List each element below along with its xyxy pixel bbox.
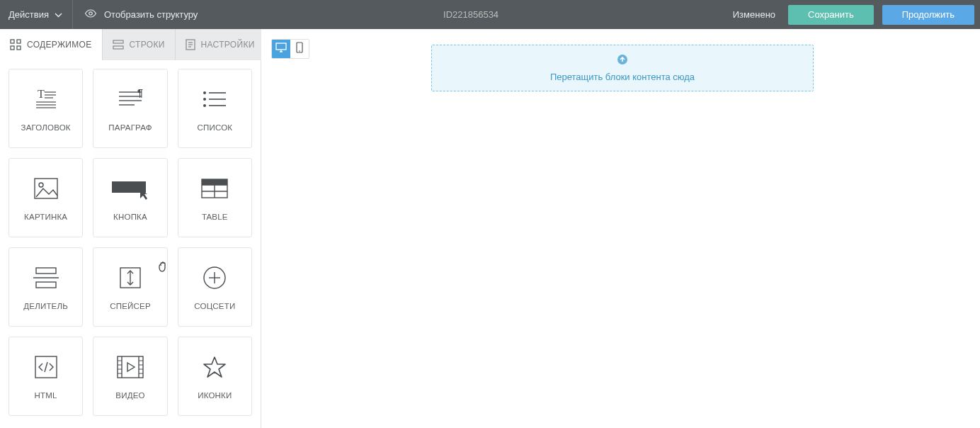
block-social[interactable]: СОЦСЕТИ	[178, 247, 252, 327]
block-table[interactable]: TABLE	[178, 158, 252, 237]
block-table-label: TABLE	[202, 213, 228, 221]
desktop-icon	[275, 43, 287, 55]
block-html[interactable]: HTML	[8, 337, 83, 416]
plus-circle-icon	[203, 264, 227, 292]
code-icon	[34, 353, 58, 381]
paragraph-icon: ¶	[116, 85, 144, 113]
block-image-label: КАРТИНКА	[24, 213, 67, 221]
sidebar: СОДЕРЖИМОЕ СТРОКИ НАСТРОЙКИ T	[0, 29, 261, 428]
save-button[interactable]: Сохранить	[788, 5, 874, 25]
svg-rect-6	[113, 46, 123, 49]
block-spacer-label: СПЕЙСЕР	[110, 302, 151, 310]
block-image[interactable]: КАРТИНКА	[8, 158, 83, 237]
divider-icon	[32, 264, 60, 292]
svg-text:T: T	[38, 89, 45, 100]
block-list[interactable]: СПИСОК	[178, 69, 252, 148]
canvas: Перетащить блоки контента сюда	[261, 29, 980, 428]
svg-point-30	[39, 183, 43, 187]
upload-icon	[617, 54, 628, 67]
drop-zone[interactable]: Перетащить блоки контента сюда	[431, 45, 814, 91]
modified-label: Изменено	[733, 9, 775, 20]
actions-dropdown[interactable]: Действия	[6, 0, 73, 29]
svg-point-23	[203, 91, 206, 94]
image-icon	[32, 174, 60, 203]
drop-zone-label: Перетащить блоки контента сюда	[550, 72, 695, 82]
document-icon	[186, 39, 195, 50]
block-divider-label: ДЕЛИТЕЛЬ	[23, 302, 68, 310]
block-spacer[interactable]: СПЕЙСЕР	[93, 247, 167, 327]
chevron-down-icon	[55, 9, 62, 20]
svg-rect-3	[11, 46, 14, 50]
svg-point-62	[299, 50, 300, 52]
block-video-label: ВИДЕО	[115, 391, 144, 400]
tab-rows[interactable]: СТРОКИ	[103, 29, 176, 60]
list-icon	[202, 85, 227, 113]
svg-rect-1	[11, 40, 14, 43]
actions-label: Действия	[8, 9, 49, 20]
block-video[interactable]: ВИДЕО	[93, 337, 167, 416]
svg-point-25	[203, 98, 206, 101]
block-html-label: HTML	[35, 391, 57, 400]
svg-rect-4	[17, 46, 21, 50]
svg-rect-37	[36, 268, 56, 274]
block-list-label: СПИСОК	[197, 123, 232, 132]
eye-icon	[84, 9, 97, 20]
desktop-view-button[interactable]	[272, 40, 290, 58]
svg-rect-58	[276, 43, 286, 50]
show-structure-label: Отобразить структуру	[104, 9, 198, 20]
video-icon	[116, 353, 144, 381]
tab-content-label: СОДЕРЖИМОЕ	[27, 40, 92, 50]
svg-point-0	[89, 12, 92, 15]
svg-rect-39	[36, 282, 56, 288]
svg-text:¶: ¶	[137, 89, 143, 98]
rows-icon	[113, 39, 124, 50]
sidebar-tabs: СОДЕРЖИМОЕ СТРОКИ НАСТРОЙКИ	[0, 29, 261, 60]
svg-rect-36	[202, 179, 227, 185]
mobile-view-button[interactable]	[290, 40, 309, 58]
top-bar: Действия Отобразить структуру ID22185653…	[0, 0, 980, 29]
tab-settings-label: НАСТРОЙКИ	[201, 40, 255, 50]
block-divider[interactable]: ДЕЛИТЕЛЬ	[8, 247, 83, 327]
spacer-icon	[119, 264, 142, 292]
tab-settings[interactable]: НАСТРОЙКИ	[176, 29, 266, 60]
show-structure-button[interactable]: Отобразить структуру	[73, 0, 209, 29]
block-icons[interactable]: ИКОНКИ	[178, 337, 252, 416]
tab-content[interactable]: СОДЕРЖИМОЕ	[0, 29, 103, 60]
blocks-grid: T ЗАГОЛОВОК ¶ ПАРАГРАФ СПИСОК	[0, 60, 261, 424]
grid-icon	[10, 39, 21, 50]
continue-button[interactable]: Продолжить	[882, 5, 974, 25]
block-heading-label: ЗАГОЛОВОК	[21, 123, 71, 132]
tab-rows-label: СТРОКИ	[130, 40, 165, 50]
block-button-label: КНОПКА	[113, 213, 147, 221]
button-icon	[110, 174, 150, 203]
svg-rect-29	[35, 179, 57, 198]
svg-point-27	[203, 104, 206, 107]
document-id: ID221856534	[209, 9, 732, 20]
svg-line-46	[45, 362, 47, 372]
mobile-icon	[296, 42, 303, 56]
svg-rect-2	[17, 40, 21, 43]
block-social-label: СОЦСЕТИ	[194, 302, 235, 310]
block-button[interactable]: КНОПКА	[93, 158, 167, 237]
table-icon	[200, 174, 229, 203]
star-icon	[203, 353, 227, 381]
svg-rect-5	[113, 40, 123, 43]
heading-icon: T	[32, 85, 60, 113]
device-toggle	[271, 39, 309, 59]
block-paragraph[interactable]: ¶ ПАРАГРАФ	[93, 69, 167, 148]
block-icons-label: ИКОНКИ	[198, 391, 232, 400]
block-paragraph-label: ПАРАГРАФ	[108, 123, 152, 132]
block-heading[interactable]: T ЗАГОЛОВОК	[8, 69, 83, 148]
